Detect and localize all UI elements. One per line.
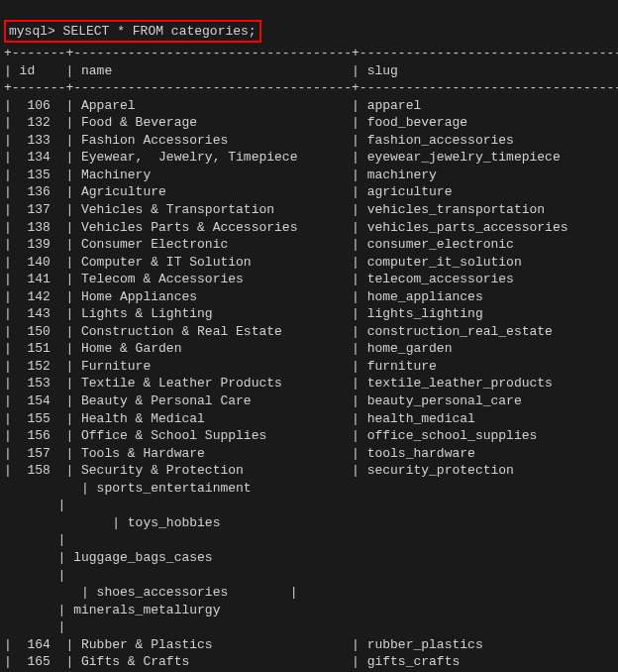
table-body-1: | 106 | Apparel | apparel | | 132 | Food…	[4, 98, 618, 478]
table-border-top: +-------+-------------------------------…	[4, 46, 618, 60]
table-border-mid: +-------+-------------------------------…	[4, 80, 618, 95]
table-body-2: | 164 | Rubber & Plastics | rubber_plast…	[4, 637, 618, 672]
wrapped-block: | sports_entertainment | | toys_hobbies …	[4, 481, 297, 634]
terminal-output: mysql> SELECT * FROM categories; +------…	[0, 0, 618, 672]
query-highlight: mysql> SELECT * FROM categories;	[4, 20, 261, 44]
query-command: mysql> SELECT * FROM categories;	[9, 24, 257, 39]
table-header-row: | id | name | slug |	[4, 63, 618, 78]
